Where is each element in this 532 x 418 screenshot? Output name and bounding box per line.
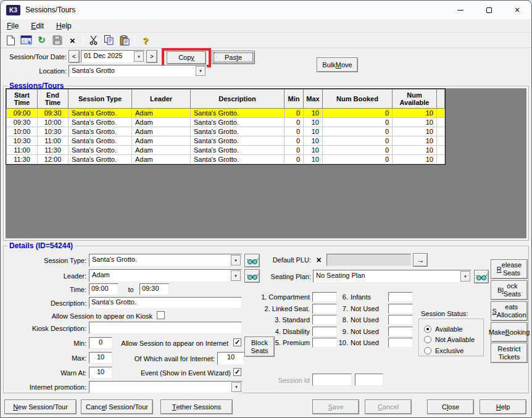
grid-cell[interactable]: 10 bbox=[304, 146, 323, 155]
date-next-button[interactable]: > bbox=[146, 50, 157, 63]
column-header-leader[interactable]: Leader bbox=[132, 90, 191, 109]
sessions-grid-icon[interactable] bbox=[19, 33, 34, 47]
minimize-button[interactable] bbox=[446, 1, 475, 19]
date-combobox[interactable]: 01 Dec 2025 ▼ bbox=[81, 50, 145, 63]
grid-cell[interactable]: Santa's Grotto. bbox=[69, 118, 132, 127]
grid-cell[interactable]: 10:30 bbox=[7, 136, 38, 146]
grid-cell[interactable]: 11:00 bbox=[38, 136, 69, 146]
grid-cell[interactable]: 10:00 bbox=[7, 127, 38, 136]
grid-cell[interactable]: Santa's Grotto. bbox=[191, 136, 285, 146]
refresh-icon[interactable]: ↻ bbox=[34, 33, 49, 47]
time-to-input[interactable]: 09:30 bbox=[139, 283, 169, 295]
release-seats-button[interactable]: ReleaseSeats bbox=[491, 259, 528, 279]
column-header-num-available[interactable]: Num Available bbox=[393, 90, 437, 109]
grid-cell[interactable] bbox=[437, 118, 445, 127]
slot-input-6[interactable] bbox=[388, 292, 413, 302]
column-header-min[interactable]: Min bbox=[285, 90, 304, 109]
help-button[interactable]: Help bbox=[480, 399, 526, 414]
grid-cell[interactable]: 10 bbox=[393, 109, 437, 118]
column-header-blank[interactable] bbox=[437, 90, 445, 109]
grid-cell[interactable]: 09:00 bbox=[7, 109, 38, 118]
grid-cell[interactable]: 10 bbox=[304, 118, 323, 127]
block-seats-button[interactable]: BlockSeats bbox=[491, 280, 528, 300]
grid-cell[interactable]: 0 bbox=[323, 146, 393, 155]
grid-cell[interactable]: 11:30 bbox=[38, 146, 69, 155]
event-checkbox[interactable] bbox=[233, 368, 241, 376]
menu-file[interactable]: File bbox=[3, 20, 22, 31]
grid-cell[interactable]: 12:00 bbox=[38, 155, 69, 164]
grid-cell[interactable]: Adam bbox=[132, 127, 191, 136]
table-row[interactable]: 09:3010:00Santa's Grotto.AdamSanta's Gro… bbox=[7, 118, 445, 127]
grid-cell[interactable]: Santa's Grotto. bbox=[191, 109, 285, 118]
grid-cell[interactable]: 10 bbox=[304, 109, 323, 118]
grid-cell[interactable]: 10 bbox=[393, 118, 437, 127]
title-bar[interactable]: K3 Sessions/Tours × bbox=[1, 1, 531, 19]
grid-cell[interactable]: Santa's Grotto. bbox=[69, 155, 132, 164]
radio-not-available[interactable] bbox=[424, 336, 431, 343]
grid-cell[interactable]: 09:30 bbox=[7, 118, 38, 127]
chevron-down-icon[interactable]: ▼ bbox=[196, 66, 206, 76]
grid-cell[interactable] bbox=[437, 136, 445, 146]
column-header-num-booked[interactable]: Num Booked bbox=[323, 90, 393, 109]
menu-edit[interactable]: Edit bbox=[27, 20, 48, 31]
grid-cell[interactable]: 10 bbox=[304, 127, 323, 136]
column-header-session-type[interactable]: Session Type bbox=[69, 90, 132, 109]
delete-icon[interactable]: × bbox=[65, 33, 80, 47]
grid-cell[interactable]: 0 bbox=[323, 127, 393, 136]
grid-cell[interactable]: Santa's Grotto. bbox=[191, 127, 285, 136]
bulk-move-button[interactable]: Bulk Move bbox=[317, 57, 358, 72]
radio-available[interactable] bbox=[424, 325, 431, 333]
grid-cell[interactable]: 0 bbox=[323, 155, 393, 164]
grid-cell[interactable]: 10 bbox=[393, 136, 437, 146]
slot-input-9[interactable] bbox=[388, 327, 413, 336]
grid-cell[interactable]: 10 bbox=[304, 136, 323, 146]
new-icon[interactable] bbox=[3, 33, 19, 47]
leader-combobox[interactable]: Adam ▼ bbox=[89, 269, 242, 282]
table-row[interactable]: 10:3011:00Santa's Grotto.AdamSanta's Gro… bbox=[7, 136, 445, 146]
slot-input-8[interactable] bbox=[388, 315, 413, 325]
restrict-tickets-button[interactable]: RestrictTickets bbox=[491, 343, 528, 363]
grid-cell[interactable]: Santa's Grotto. bbox=[191, 118, 285, 127]
table-row[interactable]: 09:0009:30Santa's Grotto.AdamSanta's Gro… bbox=[7, 109, 445, 118]
seating-plan-lookup-button[interactable] bbox=[474, 270, 489, 283]
grid-cell[interactable]: 10 bbox=[393, 146, 437, 155]
new-session-tour-button[interactable]: New Session/Tour bbox=[4, 399, 77, 414]
chevron-down-icon[interactable]: ▼ bbox=[134, 51, 144, 62]
grid-cell[interactable]: 10 bbox=[393, 127, 437, 136]
radio-exclusive[interactable] bbox=[424, 347, 431, 354]
table-row[interactable]: 11:3012:00Santa's Grotto.AdamSanta's Gro… bbox=[7, 155, 445, 164]
slot-input-7[interactable] bbox=[388, 304, 413, 314]
seats-allocation-button[interactable]: SeatsAllocation bbox=[491, 301, 528, 321]
grid-cell[interactable]: Adam bbox=[132, 118, 191, 127]
grid-cell[interactable]: 10 bbox=[393, 155, 437, 164]
grid-cell[interactable] bbox=[437, 127, 445, 136]
grid-cell[interactable]: 0 bbox=[323, 136, 393, 146]
grid-cell[interactable]: Adam bbox=[132, 146, 191, 155]
grid-cell[interactable]: 10:00 bbox=[38, 118, 69, 127]
cancel-session-tour-button[interactable]: Cancel Session/Tour bbox=[81, 399, 153, 414]
grid-cell[interactable]: 11:30 bbox=[7, 155, 38, 164]
column-header-max[interactable]: Max bbox=[304, 90, 323, 109]
grid-cell[interactable]: 0 bbox=[285, 146, 304, 155]
make-booking-button[interactable]: MakeBooking bbox=[491, 322, 528, 342]
grid-cell[interactable]: 0 bbox=[285, 155, 304, 164]
tether-sessions-button[interactable]: Tether Sessions bbox=[160, 399, 233, 414]
grid-cell[interactable]: 10:30 bbox=[38, 127, 69, 136]
grid-cell[interactable]: Adam bbox=[132, 155, 191, 164]
column-header-start-time[interactable]: Start Time bbox=[7, 90, 38, 109]
status-option[interactable]: Available bbox=[424, 324, 483, 335]
status-option[interactable]: Exclusive bbox=[424, 345, 483, 356]
maximize-button[interactable] bbox=[475, 1, 503, 19]
grid-cell[interactable]: Santa's Grotto. bbox=[69, 127, 132, 136]
grid-cell[interactable]: 0 bbox=[285, 136, 304, 146]
grid-cell[interactable] bbox=[437, 146, 445, 155]
grid-cell[interactable]: 0 bbox=[285, 118, 304, 127]
session-type-combobox[interactable]: Santa's Grotto. ▼ bbox=[89, 254, 242, 267]
date-prev-button[interactable]: < bbox=[69, 50, 80, 63]
chevron-down-icon[interactable]: ▼ bbox=[460, 271, 470, 282]
paste-icon[interactable] bbox=[117, 33, 132, 47]
seating-plan-combobox[interactable]: No Seating Plan ▼ bbox=[313, 270, 472, 283]
default-plu-clear-button[interactable]: × bbox=[313, 253, 325, 267]
grid-cell[interactable]: Santa's Grotto. bbox=[191, 146, 285, 155]
grid-cell[interactable]: 0 bbox=[323, 118, 393, 127]
